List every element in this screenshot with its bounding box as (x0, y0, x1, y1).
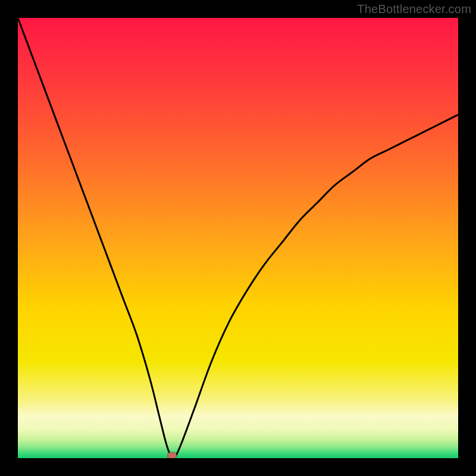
watermark-text: TheBottlenecker.com (357, 2, 471, 16)
optimum-marker (167, 452, 177, 458)
svg-rect-0 (167, 452, 177, 458)
chart-frame: TheBottlenecker.com (0, 0, 476, 476)
plot-area (18, 18, 458, 458)
gradient-background (18, 18, 458, 458)
chart-svg (18, 18, 458, 458)
